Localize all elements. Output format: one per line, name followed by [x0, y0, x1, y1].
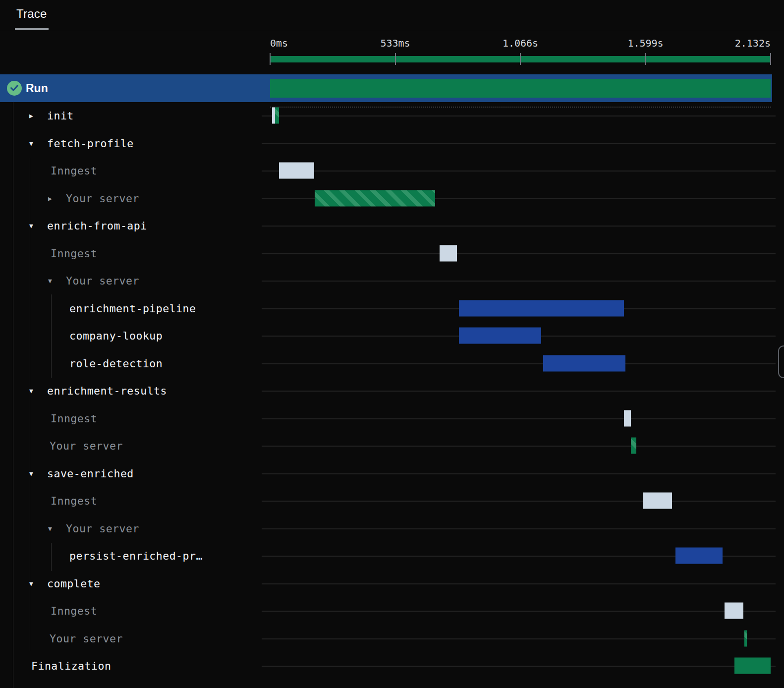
chevron-down-icon[interactable]: ▼	[29, 140, 33, 146]
timeline-track-line	[262, 281, 776, 282]
span-row[interactable]: ▼enrich-from-api792ms	[0, 212, 784, 240]
span-row[interactable]: role-detection351ms	[0, 349, 784, 377]
axis-tick-label: 0ms	[270, 37, 288, 49]
span-row[interactable]: Inngest150ms	[0, 157, 784, 185]
timeline-track-line	[262, 391, 776, 392]
span-name-cell: persist-enriched-pr…200ms	[0, 542, 268, 570]
span-name-cell: enrichment-pipeline703ms	[0, 294, 268, 322]
collapsed-children-dotted-line	[270, 107, 771, 108]
span-name-cell: Run2.132s	[0, 74, 268, 102]
chevron-down-icon[interactable]: ▼	[48, 525, 52, 531]
span-name: Finalization	[31, 660, 111, 672]
timeline-axis: 0ms533ms1.066s1.599s2.132s	[0, 30, 784, 74]
span-name-cell: role-detection351ms	[0, 349, 268, 377]
span-name: Inngest	[51, 495, 97, 507]
span-name-cell: Your server24ms	[0, 432, 268, 460]
span-name-cell: Inngest30ms	[0, 404, 268, 432]
span-row[interactable]: Inngest30ms	[0, 404, 784, 432]
axis-tick	[270, 53, 271, 65]
timeline-track-line	[262, 528, 776, 529]
span-bar-server[interactable]	[744, 630, 747, 646]
span-name: Your server	[50, 440, 123, 452]
span-bar-server[interactable]	[275, 108, 279, 124]
span-name: role-detection	[69, 357, 163, 369]
chevron-right-icon[interactable]: ▶	[29, 113, 33, 119]
span-name: save-enriched	[47, 467, 134, 479]
check-circle-icon	[7, 81, 22, 96]
span-bar-server[interactable]	[631, 438, 636, 454]
chevron-right-icon[interactable]: ▶	[48, 195, 52, 201]
span-name: complete	[47, 577, 101, 589]
run-label: Run	[26, 81, 48, 95]
trace-viewer: Trace 0ms533ms1.066s1.599s2.132s Run2.13…	[0, 0, 784, 688]
span-row[interactable]: ▼Your server718ms	[0, 267, 784, 295]
chevron-down-icon[interactable]: ▼	[48, 278, 52, 284]
span-row[interactable]: Your server10ms	[0, 625, 784, 652]
timeline-track-line	[262, 418, 776, 419]
span-name: company-lookup	[69, 330, 163, 342]
span-row[interactable]: ▼fetch-profile664ms	[0, 129, 784, 157]
span-name-cell: ▼Your server218ms	[0, 515, 268, 542]
span-name: Your server	[66, 522, 139, 534]
tree-guide-line	[51, 294, 52, 378]
timeline-track-line	[262, 501, 776, 502]
span-row[interactable]: Inngest74ms	[0, 239, 784, 267]
span-bar-inngest[interactable]	[643, 493, 672, 509]
span-row[interactable]: ▶Your server514ms	[0, 184, 784, 212]
span-bar-inngest[interactable]	[440, 245, 457, 261]
timeline-track-line	[262, 611, 776, 612]
timeline-track-line	[262, 473, 776, 474]
span-name-cell: ▶init25ms	[0, 102, 268, 130]
span-bar-inngest[interactable]	[624, 410, 631, 426]
timeline-track-line	[262, 583, 776, 584]
span-row[interactable]: ▼enrichment-results54ms	[0, 377, 784, 405]
tree-guide-line	[13, 102, 13, 688]
span-row[interactable]: company-lookup350ms	[0, 322, 784, 350]
axis-tick-label: 1.066s	[503, 37, 538, 49]
span-row[interactable]: persist-enriched-pr…200ms	[0, 542, 784, 570]
span-bar-green[interactable]	[734, 658, 771, 674]
timeline-track-line	[262, 363, 776, 364]
axis-tick	[520, 53, 521, 65]
span-bar-step[interactable]	[459, 300, 624, 316]
span-row[interactable]: Your server24ms	[0, 432, 784, 460]
timeline-track-line	[262, 171, 776, 172]
span-bar-inngest[interactable]	[725, 603, 743, 619]
span-name: Inngest	[51, 412, 97, 424]
timeline-track-line	[262, 446, 776, 447]
run-row[interactable]: Run2.132s	[0, 74, 772, 102]
span-row[interactable]: ▼Your server218ms	[0, 515, 784, 542]
span-name: Your server	[66, 275, 139, 287]
span-name-cell: ▼enrich-from-api792ms	[0, 212, 268, 240]
span-name: enrichment-results	[47, 385, 167, 397]
span-name: fetch-profile	[47, 137, 134, 149]
span-row[interactable]: Finalization155ms	[0, 652, 784, 680]
span-name-cell: Inngest74ms	[0, 239, 268, 267]
span-row[interactable]: enrichment-pipeline703ms	[0, 294, 784, 322]
span-bar-step[interactable]	[459, 328, 541, 344]
span-name-cell: ▼fetch-profile664ms	[0, 129, 268, 157]
span-bar-inngest[interactable]	[279, 163, 314, 179]
span-name-cell: ▼save-enriched342ms	[0, 459, 268, 487]
tab-trace[interactable]: Trace	[16, 7, 47, 27]
span-row[interactable]: ▼complete89ms	[0, 570, 784, 597]
vertical-scrollbar[interactable]	[778, 345, 784, 378]
span-name: enrich-from-api	[47, 220, 147, 232]
timeline-track-line	[262, 666, 776, 667]
span-bar-step[interactable]	[543, 355, 625, 371]
span-row[interactable]: ▶init25ms	[0, 102, 784, 130]
span-row[interactable]: Inngest124ms	[0, 487, 784, 515]
span-row[interactable]: ▼save-enriched342ms	[0, 459, 784, 487]
span-bar-green[interactable]	[270, 79, 771, 98]
span-name: persist-enriched-pr…	[69, 550, 203, 562]
timeline-track-line	[262, 115, 776, 116]
span-bar-step[interactable]	[675, 548, 723, 564]
axis-tick-label: 533ms	[380, 37, 410, 49]
timeline-track-line	[262, 143, 776, 144]
tree-guide-line	[30, 158, 30, 651]
span-name-cell: ▼enrichment-results54ms	[0, 377, 268, 405]
span-bar-server[interactable]	[315, 190, 435, 206]
timeline-track-line	[262, 226, 776, 227]
span-name-cell: ▼complete89ms	[0, 570, 268, 597]
span-row[interactable]: Inngest79ms	[0, 597, 784, 625]
